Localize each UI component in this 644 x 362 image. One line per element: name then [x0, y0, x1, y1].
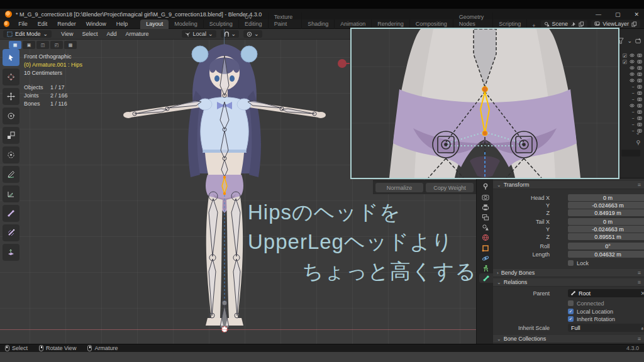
tool-move[interactable]: [3, 88, 19, 105]
closed-eye-icon[interactable]: ⌣: [631, 116, 635, 121]
closed-eye-icon[interactable]: ⌣: [631, 97, 635, 102]
viewport-menu-select[interactable]: Select: [77, 31, 102, 37]
normalize-button[interactable]: Normalize: [375, 183, 423, 192]
camera-icon[interactable]: [637, 97, 642, 102]
tool-bone-envelope[interactable]: [3, 224, 19, 241]
camera-icon[interactable]: [637, 53, 642, 58]
expand-caret-icon[interactable]: ⌄: [497, 182, 501, 188]
camera-icon[interactable]: [637, 72, 642, 77]
tab-view-layer[interactable]: [479, 212, 492, 222]
panel-menu-icon[interactable]: ≡: [638, 182, 641, 188]
menu-render[interactable]: Render: [52, 21, 81, 27]
eye-icon[interactable]: [630, 72, 635, 77]
chevron-down-icon[interactable]: ⌄: [627, 38, 632, 44]
tool-measure[interactable]: [3, 185, 19, 202]
panel-menu-icon[interactable]: ≡: [638, 336, 641, 342]
workspace-tab-modeling[interactable]: Modeling: [169, 19, 204, 29]
scene-selector[interactable]: Scene: [541, 20, 588, 28]
select-mode-tweak[interactable]: ▦: [9, 41, 21, 49]
tab-physics[interactable]: [479, 253, 492, 263]
tool-transform[interactable]: [3, 146, 19, 163]
clear-parent-icon[interactable]: ✕: [640, 290, 644, 297]
chevron-down-icon[interactable]: ⌄: [635, 129, 640, 136]
roll-field[interactable]: 0°: [568, 243, 644, 250]
outliner-row[interactable]: ⌣: [623, 84, 642, 89]
workspace-tab-layout[interactable]: Layout: [140, 19, 169, 29]
tab-output[interactable]: [479, 202, 492, 212]
bendy-bones-panel-header[interactable]: › Bendy Bones ≡: [493, 269, 644, 277]
exclude-checkbox[interactable]: ✓: [623, 60, 627, 64]
outliner-row[interactable]: ⌣: [623, 97, 642, 102]
tail-x-field[interactable]: 0 m: [568, 218, 644, 225]
outliner-row[interactable]: ⌣: [623, 109, 642, 114]
workspace-tab-texture-paint[interactable]: Texture Paint: [269, 13, 302, 29]
animate-dot[interactable]: •: [641, 325, 643, 331]
expand-caret-icon[interactable]: ⌄: [497, 280, 501, 285]
eye-icon[interactable]: [630, 53, 635, 58]
tool-scale[interactable]: [3, 127, 19, 144]
outliner-search-field[interactable]: [621, 150, 640, 156]
tool-rotate[interactable]: [3, 107, 19, 124]
tab-scene[interactable]: [479, 222, 492, 232]
menu-window[interactable]: Window: [81, 21, 111, 27]
parent-field[interactable]: Root ✕: [568, 289, 644, 297]
camera-icon[interactable]: [637, 78, 642, 83]
camera-icon[interactable]: [637, 116, 642, 121]
tool-cursor[interactable]: [3, 69, 19, 85]
tail-y-field[interactable]: -0.024663 m: [568, 226, 644, 233]
camera-icon[interactable]: [637, 109, 642, 114]
select-mode-lasso[interactable]: ◰: [50, 41, 63, 49]
outliner-row[interactable]: ✓: [623, 53, 642, 58]
panel-menu-icon[interactable]: ≡: [638, 270, 641, 276]
expand-caret-icon[interactable]: ⌄: [497, 336, 501, 342]
copy-icon[interactable]: [579, 21, 584, 27]
inherit-scale-dropdown[interactable]: Full ⌄: [568, 324, 644, 332]
menu-help[interactable]: Help: [111, 21, 133, 27]
head-x-field[interactable]: 0 m: [568, 194, 644, 201]
new-collection-icon[interactable]: [635, 38, 641, 44]
tab-object-data[interactable]: [479, 263, 492, 273]
eye-icon[interactable]: [630, 65, 635, 70]
outliner-row[interactable]: ⌣: [623, 90, 642, 96]
tab-render[interactable]: [479, 192, 492, 202]
lock-checkbox[interactable]: [568, 260, 574, 266]
select-mode-box[interactable]: ▣: [23, 41, 35, 49]
menu-edit[interactable]: Edit: [33, 21, 53, 27]
camera-icon[interactable]: [637, 59, 642, 64]
tab-tool[interactable]: [479, 182, 492, 191]
tab-world[interactable]: [479, 233, 492, 242]
viewlayer-selector[interactable]: ViewLayer: [591, 20, 640, 28]
minimize-button[interactable]: —: [596, 11, 601, 18]
workspace-tab-uv-editing[interactable]: UV Editing: [239, 13, 269, 29]
outliner-row[interactable]: [623, 103, 642, 108]
tab-object[interactable]: [479, 243, 492, 253]
outliner-row[interactable]: ⌣: [623, 122, 642, 127]
eye-icon[interactable]: [630, 103, 635, 108]
outliner-row[interactable]: [623, 78, 642, 83]
close-button[interactable]: ✕: [634, 11, 639, 18]
viewport-menu-view[interactable]: View: [57, 31, 77, 37]
pin-icon[interactable]: [570, 21, 576, 27]
menu-file[interactable]: File: [13, 21, 33, 27]
camera-icon[interactable]: [637, 90, 642, 96]
closed-eye-icon[interactable]: ⌣: [631, 90, 635, 96]
camera-icon[interactable]: [637, 122, 642, 127]
outliner-row[interactable]: ✓: [623, 59, 642, 64]
camera-icon[interactable]: [637, 65, 642, 70]
eye-icon[interactable]: [630, 59, 635, 64]
outliner-row[interactable]: ⌣: [623, 116, 642, 121]
tool-extrude[interactable]: [3, 244, 19, 261]
camera-icon[interactable]: [637, 84, 642, 89]
closed-eye-icon[interactable]: ⌣: [631, 122, 635, 127]
pin-icon[interactable]: ⚲: [636, 140, 640, 146]
tail-z-field[interactable]: 0.89551 m: [568, 233, 644, 240]
copy-weight-button[interactable]: Copy Weight: [426, 183, 474, 192]
outliner-row[interactable]: [623, 72, 642, 77]
local-location-checkbox[interactable]: ✓: [568, 309, 574, 314]
collapse-caret-icon[interactable]: ›: [497, 270, 499, 276]
closed-eye-icon[interactable]: ⌣: [631, 109, 635, 114]
select-mode-paint[interactable]: ▩: [64, 41, 77, 49]
connected-checkbox[interactable]: [568, 300, 574, 306]
inherit-rotation-checkbox[interactable]: ✓: [568, 316, 574, 322]
length-field[interactable]: 0.04632 m: [568, 251, 644, 258]
